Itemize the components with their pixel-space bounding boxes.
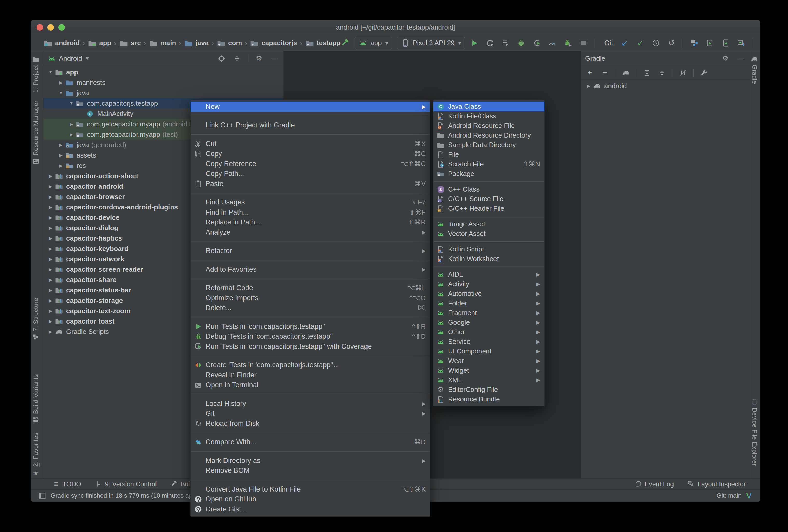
detach-button[interactable]: − <box>600 68 609 77</box>
menu-item-reveal-in-finder[interactable]: Reveal in Finder <box>191 370 430 380</box>
toolwindow-button-todo[interactable]: ≡TODO <box>52 480 81 488</box>
tool-strip-tab-structure[interactable]: 7: Structure <box>32 298 39 343</box>
tree-collapsed-arrow-icon[interactable]: ▶ <box>56 80 66 85</box>
show-history-button[interactable] <box>651 38 661 48</box>
menu-item-c-class[interactable]: SC++ Class <box>433 184 544 194</box>
menu-item-analyze[interactable]: Analyze▶ <box>191 227 430 237</box>
menu-item-fragment[interactable]: Fragment▶ <box>433 308 544 318</box>
menu-item-link-c-project-with-gradle[interactable]: Link C++ Project with Gradle <box>191 120 430 131</box>
debug-button[interactable] <box>516 38 526 48</box>
tree-item-java[interactable]: ▼java <box>43 88 283 98</box>
refresh-add-button[interactable]: + <box>585 68 594 77</box>
breadcrumb-item-android[interactable]: android <box>43 38 80 48</box>
breadcrumb-item-com[interactable]: com <box>216 38 242 48</box>
menu-item-wear[interactable]: Wear▶ <box>433 356 544 366</box>
menu-item-c-c-source-file[interactable]: C++C/C++ Source File <box>433 194 544 204</box>
search-icon[interactable] <box>760 38 761 48</box>
tree-collapsed-arrow-icon[interactable]: ▶ <box>46 298 55 303</box>
menu-item-ui-component[interactable]: UI Component▶ <box>433 347 544 356</box>
menu-item-editorconfig-file[interactable]: ⚙EditorConfig File <box>433 385 544 394</box>
menu-item-reload-from-disk[interactable]: ↻Reload from Disk <box>191 419 430 429</box>
menu-item-kotlin-script[interactable]: KKotlin Script <box>433 244 544 254</box>
tool-strip-tab-project[interactable]: 1: Project <box>32 54 39 93</box>
menu-item-service[interactable]: Service▶ <box>433 337 544 347</box>
device-select[interactable]: Pixel 3 API 29 ▾ <box>397 37 465 49</box>
menu-item-cut[interactable]: Cut⌘X <box>191 139 430 149</box>
tree-item-manifests[interactable]: ▶manifests <box>43 77 283 88</box>
menu-item-automotive[interactable]: Automotive▶ <box>433 289 544 298</box>
profile-button[interactable] <box>548 38 557 48</box>
settings-button[interactable]: ⚙ <box>254 54 264 63</box>
tool-strip-tab-favorites[interactable]: ★2: Favorites <box>32 433 39 478</box>
hide-button[interactable]: — <box>736 54 745 63</box>
menu-item-find-usages[interactable]: Find Usages⌥F7 <box>191 197 430 208</box>
breadcrumb-item-app[interactable]: app <box>87 38 111 48</box>
menu-item-package[interactable]: Package <box>433 169 544 179</box>
menu-item-resource-bundle[interactable]: Resource Bundle <box>433 394 544 404</box>
menu-item-refactor[interactable]: Refactor▶ <box>191 246 430 256</box>
menu-item-vector-asset[interactable]: Vector Asset <box>433 229 544 238</box>
execute-task-button[interactable] <box>621 68 630 77</box>
breadcrumb-item-src[interactable]: src <box>119 38 141 48</box>
menu-item-remove-bom[interactable]: Remove BOM <box>191 466 430 476</box>
minimize-button[interactable] <box>47 24 54 31</box>
tool-strip-tab-resource-manager[interactable]: Resource Manager <box>32 100 39 167</box>
menu-item-debug-tests-in-com-capacitorjs-testapp[interactable]: Debug 'Tests in 'com.capacitorjs.testapp… <box>191 332 430 342</box>
sdk-manager-button[interactable] <box>736 38 746 48</box>
tree-collapsed-arrow-icon[interactable]: ▶ <box>56 142 66 147</box>
menu-item-reformat-code[interactable]: Reformat Code⌥⌘L <box>191 283 430 293</box>
menu-item-run-tests-in-com-capacitorjs-testapp[interactable]: Run 'Tests in 'com.capacitorjs.testapp''… <box>191 321 430 332</box>
breadcrumb-item-testapp[interactable]: testapp <box>305 38 340 48</box>
menu-item-replace-in-path[interactable]: Replace in Path...⇧⌘R <box>191 217 430 228</box>
tool-strip-tab-device-file-explorer[interactable]: Device File Explorer <box>751 396 758 466</box>
tree-collapsed-arrow-icon[interactable]: ▶ <box>46 174 55 179</box>
toolwindow-button-layout-inspector[interactable]: Layout Inspector <box>687 480 746 488</box>
menu-item-activity[interactable]: Activity▶ <box>433 279 544 289</box>
tree-collapsed-arrow-icon[interactable]: ▶ <box>46 215 55 220</box>
menu-item-open-on-github[interactable]: Open on GitHub <box>191 494 430 505</box>
stop-button[interactable] <box>579 38 588 48</box>
menu-item-delete[interactable]: Delete...⌧ <box>191 303 430 313</box>
breadcrumb-item-java[interactable]: java <box>184 38 209 48</box>
menu-item-c-c-header-file[interactable]: HC/C++ Header File <box>433 204 544 213</box>
menu-item-create-tests-in-com-capacitorjs-testapp[interactable]: Create 'Tests in 'com.capacitorjs.testap… <box>191 360 430 370</box>
expand-all-button[interactable] <box>642 68 651 77</box>
tree-collapsed-arrow-icon[interactable]: ▶ <box>67 132 76 137</box>
menu-item-copy[interactable]: Copy⌘C <box>191 149 430 159</box>
rerun-with-coverage-button[interactable] <box>563 38 573 48</box>
tree-expanded-arrow-icon[interactable]: ▼ <box>67 101 76 106</box>
tree-collapsed-arrow-icon[interactable]: ▶ <box>46 246 55 251</box>
commit-button[interactable]: ✓ <box>636 38 645 48</box>
tree-collapsed-arrow-icon[interactable]: ▶ <box>56 163 66 168</box>
gradle-settings-button[interactable] <box>699 68 709 77</box>
close-button[interactable] <box>37 24 43 31</box>
tree-item-app[interactable]: ▼app <box>43 67 283 77</box>
menu-item-copy-reference[interactable]: Copy Reference⌥⇧⌘C <box>191 159 430 169</box>
git-branch-widget[interactable]: Git: main <box>716 492 742 499</box>
menu-item-file[interactable]: File <box>433 150 544 159</box>
tree-collapsed-arrow-icon[interactable]: ▶ <box>46 319 55 324</box>
menu-item-copy-path[interactable]: Copy Path... <box>191 169 430 179</box>
tree-collapsed-arrow-icon[interactable]: ▶ <box>46 329 55 334</box>
rollback-button[interactable]: ↺ <box>667 38 676 48</box>
zoom-button[interactable] <box>58 24 65 31</box>
toolwindow-button-version-control[interactable]: 9: Version Control <box>95 480 157 488</box>
tree-collapsed-arrow-icon[interactable]: ▶ <box>46 194 55 199</box>
menu-item-java-class[interactable]: CJava Class <box>433 102 544 111</box>
menu-item-paste[interactable]: Paste⌘V <box>191 179 430 189</box>
tree-collapsed-arrow-icon[interactable]: ▶ <box>46 288 55 293</box>
menu-item-android-resource-file[interactable]: <>Android Resource File <box>433 121 544 131</box>
apply-code-changes-button[interactable] <box>501 38 510 48</box>
breadcrumb-item-main[interactable]: main <box>149 38 176 48</box>
avd-manager-button[interactable] <box>721 38 730 48</box>
settings-button[interactable]: ⚙ <box>721 54 730 63</box>
menu-item-image-asset[interactable]: Image Asset <box>433 219 544 229</box>
toggle-offline-mode-button[interactable] <box>678 68 688 77</box>
menu-item-android-resource-directory[interactable]: Android Resource Directory <box>433 131 544 140</box>
tree-collapsed-arrow-icon[interactable]: ▶ <box>46 267 55 272</box>
tree-expanded-arrow-icon[interactable]: ▼ <box>56 91 66 95</box>
menu-item-widget[interactable]: Widget▶ <box>433 366 544 375</box>
run-button[interactable] <box>470 38 479 48</box>
menu-item-google[interactable]: Google▶ <box>433 318 544 327</box>
menu-item-kotlin-file-class[interactable]: KKotlin File/Class <box>433 111 544 121</box>
